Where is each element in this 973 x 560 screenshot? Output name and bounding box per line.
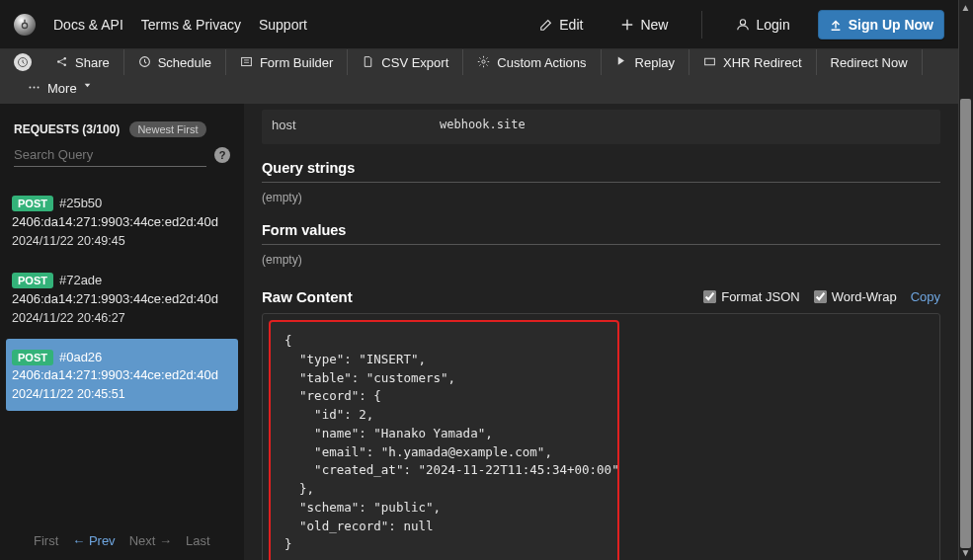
request-time: 2024/11/22 20:49:45	[12, 232, 230, 250]
schedule-label: Schedule	[158, 55, 211, 70]
requests-title: REQUESTS (3/100)	[14, 122, 120, 136]
new-button[interactable]: New	[610, 11, 678, 39]
logo-icon[interactable]	[14, 14, 36, 36]
query-strings-empty: (empty)	[262, 189, 940, 212]
upload-icon	[829, 18, 843, 32]
form-builder-button[interactable]: Form Builder	[226, 49, 348, 75]
user-icon	[736, 18, 750, 32]
top-nav: Docs & API Terms & Privacy Support Edit …	[0, 0, 958, 49]
svg-rect-6	[242, 57, 252, 65]
header-row-host: host webhook.site	[272, 112, 931, 138]
form-label: Form Builder	[260, 55, 333, 70]
clock-icon	[17, 56, 29, 68]
form-values-empty: (empty)	[262, 251, 940, 275]
raw-content-body[interactable]: { "type": "INSERT", "table": "customers"…	[269, 320, 619, 560]
caret-down-icon	[83, 81, 97, 95]
request-time: 2024/11/22 20:45:51	[12, 385, 230, 403]
scrollbar-thumb[interactable]	[960, 99, 971, 548]
login-button[interactable]: Login	[726, 11, 799, 39]
pager-last[interactable]: Last	[186, 533, 210, 548]
clock-button[interactable]	[14, 49, 41, 75]
request-ip: 2406:da14:271:9903:44ce:ed2d:40d	[12, 290, 230, 309]
content-pane: host webhook.site Query strings (empty) …	[244, 104, 958, 560]
sidebar: REQUESTS (3/100) Newest First ? POST#25b…	[0, 104, 244, 560]
form-values-title: Form values	[262, 212, 940, 245]
format-json-input[interactable]	[703, 290, 716, 303]
word-wrap-checkbox[interactable]: Word-Wrap	[814, 289, 897, 304]
method-badge: POST	[12, 196, 53, 211]
vertical-scrollbar[interactable]: ▲ ▼	[958, 0, 973, 560]
pager-next[interactable]: Next →	[129, 533, 172, 548]
more-label: More	[47, 81, 77, 96]
svg-point-7	[482, 60, 485, 63]
request-id: #25b50	[59, 196, 102, 210]
request-ip: 2406:da14:271:9903:44ce:ed2d:40d	[12, 366, 230, 385]
nav-support[interactable]: Support	[259, 17, 307, 33]
file-icon	[362, 55, 375, 69]
raw-content-outer: { "type": "INSERT", "table": "customers"…	[262, 313, 940, 560]
dots-icon	[28, 81, 41, 95]
scrollbar-down-icon[interactable]: ▼	[958, 545, 973, 560]
replay-label: Replay	[635, 55, 675, 70]
more-button[interactable]: More	[14, 75, 111, 101]
xhr-icon	[703, 55, 717, 69]
schedule-button[interactable]: Schedule	[124, 49, 226, 75]
signup-label: Sign Up Now	[849, 17, 933, 33]
copy-link[interactable]: Copy	[911, 289, 940, 304]
sort-pill[interactable]: Newest First	[129, 121, 205, 137]
word-wrap-label: Word-Wrap	[832, 289, 897, 304]
word-wrap-input[interactable]	[814, 290, 827, 303]
request-item[interactable]: POST#0ad262406:da14:271:9903:44ce:ed2d:4…	[6, 339, 238, 412]
search-input[interactable]	[14, 143, 206, 167]
replay-button[interactable]: Replay	[602, 49, 689, 75]
redirect-label: Redirect Now	[831, 55, 908, 70]
divider	[701, 11, 702, 39]
gear-icon	[477, 55, 491, 69]
share-label: Share	[75, 55, 110, 70]
request-ip: 2406:da14:271:9903:44ce:ed2d:40d	[12, 213, 230, 232]
login-label: Login	[756, 17, 789, 33]
format-json-checkbox[interactable]: Format JSON	[703, 289, 799, 304]
svg-point-0	[741, 19, 746, 24]
new-label: New	[640, 17, 668, 33]
pager-prev[interactable]: ← Prev	[72, 533, 115, 548]
signup-button[interactable]: Sign Up Now	[818, 10, 944, 40]
svg-point-11	[38, 87, 40, 89]
edit-button[interactable]: Edit	[529, 11, 593, 39]
csv-label: CSV Export	[381, 55, 448, 70]
custom-label: Custom Actions	[497, 55, 586, 70]
plus-icon	[620, 18, 634, 32]
method-badge: POST	[12, 350, 53, 365]
request-item[interactable]: POST#72ade2406:da14:271:9903:44ce:ed2d:4…	[6, 262, 238, 335]
scrollbar-up-icon[interactable]: ▲	[958, 0, 973, 15]
xhr-redirect-button[interactable]: XHR Redirect	[689, 49, 816, 75]
redirect-now-button[interactable]: Redirect Now	[817, 49, 923, 75]
toolbar: Share Schedule Form Builder CSV Export C…	[0, 49, 958, 104]
query-strings-title: Query strings	[262, 150, 940, 183]
share-button[interactable]: Share	[41, 49, 124, 75]
custom-actions-button[interactable]: Custom Actions	[463, 49, 601, 75]
header-value: webhook.site	[440, 118, 526, 132]
pager-first[interactable]: First	[34, 533, 58, 548]
method-badge: POST	[12, 273, 53, 288]
nav-docs[interactable]: Docs & API	[53, 17, 123, 33]
svg-point-10	[34, 87, 36, 89]
xhr-label: XHR Redirect	[723, 55, 801, 70]
raw-content-title: Raw Content	[262, 288, 353, 305]
pencil-icon	[539, 18, 553, 32]
edit-label: Edit	[559, 17, 583, 33]
nav-terms[interactable]: Terms & Privacy	[141, 17, 241, 33]
schedule-icon	[138, 55, 152, 69]
request-item[interactable]: POST#25b502406:da14:271:9903:44ce:ed2d:4…	[6, 185, 238, 258]
pager: First ← Prev Next → Last	[34, 533, 210, 548]
play-icon	[615, 55, 629, 69]
header-key: host	[272, 118, 440, 132]
request-id: #72ade	[59, 273, 102, 287]
svg-rect-8	[705, 58, 715, 65]
help-icon[interactable]: ?	[214, 147, 230, 163]
form-icon	[240, 55, 254, 69]
share-icon	[55, 55, 69, 69]
request-id: #0ad26	[59, 350, 102, 364]
svg-point-9	[29, 87, 31, 89]
csv-export-button[interactable]: CSV Export	[348, 49, 463, 75]
